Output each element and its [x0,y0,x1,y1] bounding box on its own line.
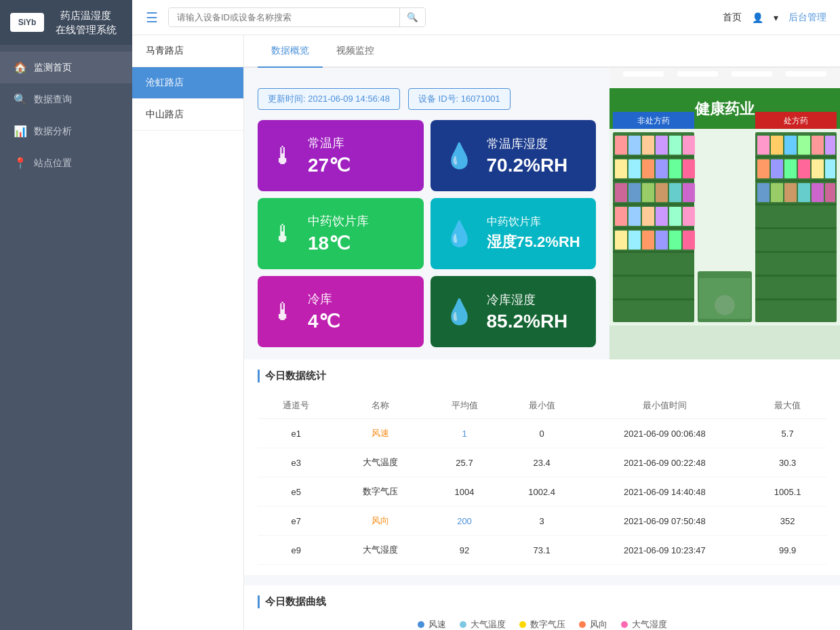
logo-badge: SiYb [10,13,44,32]
svg-rect-17 [615,136,627,155]
chart-icon: 📊 [14,125,27,138]
cell-max: 5.7 [748,419,826,448]
cell-avg: 92 [426,536,502,565]
cold-humidity-value: 85.2%RH [487,311,568,332]
search-button[interactable]: 🔍 [399,8,425,26]
cell-min-time: 2021-06-09 14:40:48 [580,477,748,507]
svg-rect-23 [615,159,627,178]
svg-rect-56 [771,136,783,155]
header-home-link[interactable]: 首页 [723,12,742,24]
normal-temp-value: 27℃ [308,154,350,176]
device-id-badge: 设备 ID号: 16071001 [408,88,511,110]
sensor-grid: 🌡 常温库 27℃ 💧 常温库湿度 70.2%RH [258,120,596,347]
normal-humidity-value: 70.2%RH [487,155,568,176]
cell-name: 大气温度 [334,448,426,477]
upper-area: 更新时间: 2021-06-09 14:56:48 设备 ID号: 160710… [244,68,840,359]
svg-rect-13 [613,227,694,229]
table-row: e7 风向 200 3 2021-06-09 07:50:48 352 [258,507,826,536]
svg-rect-32 [656,183,668,202]
update-time-badge: 更新时间: 2021-06-09 14:56:48 [258,88,400,110]
chart-legend: 风速 大气温度 数字气压 风向 [258,618,826,630]
svg-rect-54 [755,298,837,300]
search-input[interactable] [169,8,399,26]
legend-atm-temp: 大气温度 [460,618,506,630]
menu-icon[interactable]: ☰ [146,9,158,26]
sidebar-item-data-analysis-label: 数据分析 [34,125,72,138]
admin-link[interactable]: 后台管理 [788,12,826,24]
legend-dot-atm-humidity [621,621,628,628]
humidity-icon-2: 💧 [444,220,475,248]
cell-min: 1002.4 [503,477,581,507]
svg-rect-63 [784,159,797,178]
dropdown-icon[interactable]: ▾ [774,12,778,23]
svg-rect-25 [642,159,654,178]
svg-rect-6 [609,326,840,359]
svg-rect-27 [669,159,681,178]
sensor-card-normal-humidity: 💧 常温库湿度 70.2%RH [431,120,597,191]
sidebar-item-station-location-label: 站点位置 [34,157,72,170]
svg-rect-29 [615,183,627,202]
svg-text:健康药业: 健康药业 [694,100,755,117]
user-icon: 👤 [752,12,763,23]
station-item-canghu[interactable]: 沧虹路店 [132,67,243,99]
svg-rect-12 [613,203,694,205]
sidebar-item-data-analysis[interactable]: 📊 数据分析 [0,115,132,147]
sensor-card-cold-temp: 🌡 冷库 4℃ [258,276,424,347]
sensor-card-tcm-humidity: 💧 中药饮片库 湿度75.2%RH [431,198,597,269]
svg-rect-58 [798,136,810,155]
svg-rect-2 [623,71,664,77]
sensor-card-tcm-temp: 🌡 中药饮片库 18℃ [258,198,424,269]
svg-rect-43 [642,231,654,250]
cell-min: 3 [503,507,581,536]
station-item-zhongshan[interactable]: 中山路店 [132,99,243,131]
svg-rect-10 [613,156,694,158]
table-header-row: 通道号 名称 平均值 最小值 最小值时间 最大值 [258,393,826,419]
location-icon: 📍 [14,157,27,170]
cell-channel: e5 [258,477,334,507]
svg-rect-3 [677,71,718,77]
svg-rect-14 [613,251,694,253]
col-min: 最小值 [503,393,581,419]
sidebar-item-monitor-label: 监测首页 [34,62,72,74]
chart-section: 今日数据曲线 风速 大气温度 数字气压 [244,585,840,630]
table-row: e3 大气温度 25.7 23.4 2021-06-09 00:22:48 30… [258,448,826,477]
normal-humidity-info: 常温库湿度 70.2%RH [487,136,568,176]
home-icon: 🏠 [14,61,27,74]
cell-min-time: 2021-06-09 07:50:48 [580,507,748,536]
svg-rect-22 [683,136,695,155]
tab-data-overview[interactable]: 数据概览 [258,35,323,68]
svg-rect-33 [669,183,681,202]
tab-video-monitor[interactable]: 视频监控 [323,35,388,68]
svg-text:非处方药: 非处方药 [637,116,670,125]
svg-rect-15 [613,275,694,277]
sidebar-item-station-location[interactable]: 📍 站点位置 [0,147,132,179]
svg-rect-18 [628,136,641,155]
legend-label-atm-humidity: 大气湿度 [632,618,667,630]
svg-rect-71 [812,183,824,202]
cell-avg: 1 [426,419,502,448]
sidebar-item-monitor[interactable]: 🏠 监测首页 [0,52,132,83]
svg-rect-67 [757,183,769,202]
pharmacy-image-area: 健康药业 [609,68,840,359]
thermometer-icon-3: 🌡 [271,298,296,326]
cell-max: 352 [748,507,826,536]
tab-bar: 数据概览 视频监控 [244,35,840,68]
main-panel: 数据概览 视频监控 更新时间: 2021-06-09 14:56:48 设备 I… [244,35,840,630]
svg-rect-26 [656,159,668,178]
tcm-humidity-value: 湿度75.2%RH [487,232,580,252]
legend-label-atm-temp: 大气温度 [471,618,506,630]
legend-dot-windspeed [418,621,424,628]
thermometer-icon-2: 🌡 [271,220,296,248]
svg-rect-44 [656,231,668,250]
svg-rect-52 [755,251,837,253]
sidebar-item-data-query[interactable]: 🔍 数据查询 [0,83,132,115]
cold-temp-info: 冷库 4℃ [308,291,340,332]
sensor-card-cold-humidity: 💧 冷库湿度 85.2%RH [431,276,597,347]
cell-min-time: 2021-06-09 10:23:47 [580,536,748,565]
table-row: e1 风速 1 0 2021-06-09 00:06:48 5.7 [258,419,826,448]
svg-rect-61 [757,159,769,178]
station-item-maqing[interactable]: 马青路店 [132,35,243,67]
sidebar-nav: 🏠 监测首页 🔍 数据查询 📊 数据分析 📍 站点位置 [0,45,132,186]
content-area: 马青路店 沧虹路店 中山路店 数据概览 视频监控 更新时间: 2021-06-0… [132,35,840,630]
legend-dot-wind-dir [579,621,586,628]
